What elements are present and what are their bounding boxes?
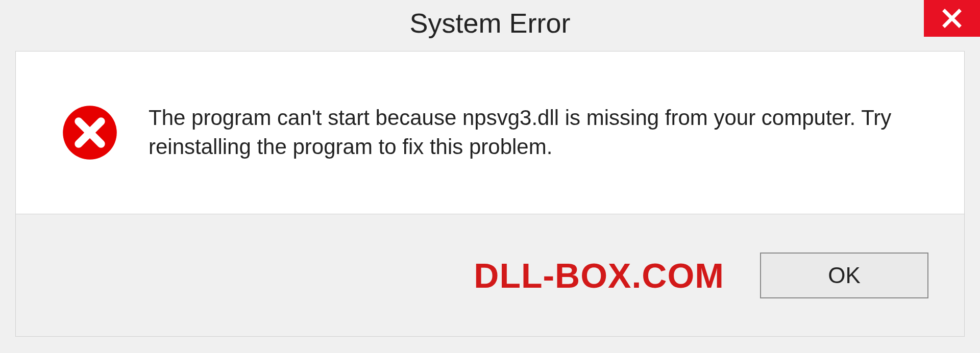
window-title: System Error xyxy=(409,7,570,39)
error-message: The program can't start because npsvg3.d… xyxy=(149,104,964,161)
dialog-content: The program can't start because npsvg3.d… xyxy=(15,51,965,214)
titlebar: System Error xyxy=(0,0,980,46)
watermark-text: DLL-BOX.COM xyxy=(474,256,724,295)
error-icon xyxy=(62,105,118,161)
dialog-footer: DLL-BOX.COM OK xyxy=(15,214,965,337)
ok-button[interactable]: OK xyxy=(760,253,928,298)
close-button[interactable] xyxy=(924,0,980,37)
close-icon xyxy=(941,8,963,29)
